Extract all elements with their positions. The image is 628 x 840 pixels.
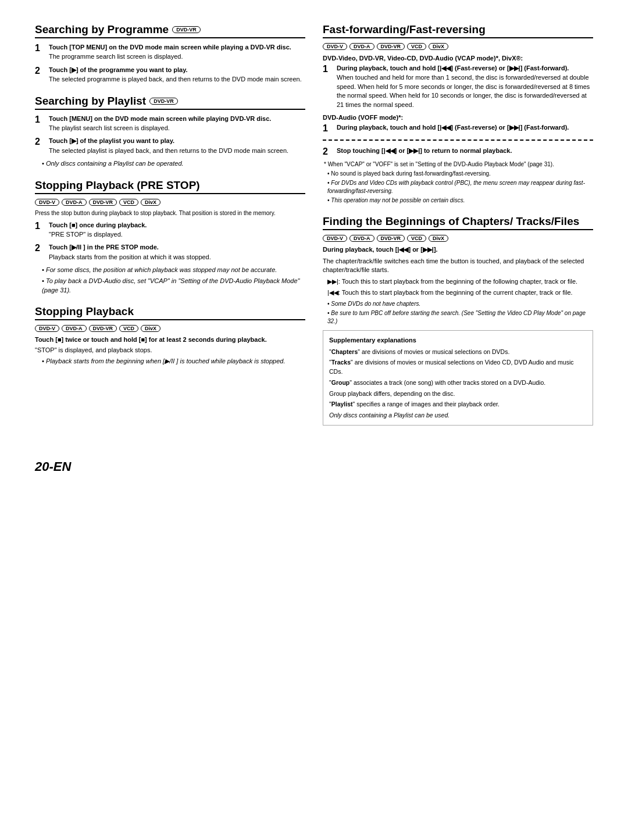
step-content: Touch [TOP MENU] on the DVD mode main sc… — [49, 43, 305, 62]
supp-item-2: "Group" associates a track (one song) wi… — [329, 378, 587, 388]
bullet-no-sound: No sound is played back during fast-forw… — [327, 170, 593, 178]
bullet-pbc-off: Be sure to turn PBC off before starting … — [327, 309, 593, 326]
badge-divx: DivX — [429, 235, 448, 242]
bullet-not-possible: This operation may not be possible on ce… — [327, 196, 593, 205]
step-desc: The programme search list screen is disp… — [49, 52, 305, 61]
step-title: Touch [▶/II ] in the PRE STOP mode. — [49, 243, 305, 252]
badge-row: DVD-VR — [149, 98, 178, 105]
step-number: 1 — [323, 123, 332, 134]
supp-item-1: "Tracks" are divisions of movies or musi… — [329, 358, 587, 377]
supp-item-3: Group playback differs, depending on the… — [329, 389, 587, 399]
step-desc: "PRE STOP" is displayed. — [49, 230, 305, 239]
intro-bold: Touch [■] twice or touch and hold [■] fo… — [35, 336, 267, 343]
step-title: Touch [▶] of the programme you want to p… — [49, 66, 305, 74]
bullet-1: For some discs, the position at which pl… — [42, 266, 305, 274]
section-searching-by-playlist: Searching by Playlist DVD-VR 1 Touch [ME… — [35, 95, 305, 169]
badges-line: DVD-V DVD-A DVD-VR VCD DivX — [35, 199, 305, 206]
title-text: Stopping Playback (PRE STOP) — [35, 179, 200, 192]
section-finding-beginnings: Finding the Beginnings of Chapters/ Trac… — [323, 215, 593, 426]
stopping-intro: Touch [■] twice or touch and hold [■] fo… — [35, 335, 305, 344]
step-content: Touch [▶/II ] in the PRE STOP mode. Play… — [49, 243, 305, 262]
badge-dvd-vr: DVD-VR — [89, 325, 117, 332]
asterisk-note-text: When "VCAP" or "VOFF" is set in "Setting… — [328, 161, 554, 167]
step-title: Touch [TOP MENU] on the DVD mode main sc… — [49, 43, 305, 52]
forward-bullet: ▶▶|: Touch this to start playback from t… — [327, 277, 593, 286]
step-desc: The selected playlist is played back, an… — [49, 146, 305, 155]
step-content: Touch [■] once during playback. "PRE STO… — [49, 221, 305, 240]
section-title-fast-forwarding: Fast-forwarding/Fast-reversing — [323, 23, 593, 38]
asterisk-note-vcap: * When "VCAP" or "VOFF" is set in "Setti… — [324, 160, 593, 169]
badge-dvd-a: DVD-A — [349, 235, 374, 242]
section-searching-by-programme: Searching by Programme DVD-VR 1 Touch [T… — [35, 23, 305, 84]
step-content: Stop touching [|◀◀] or [▶▶|] to return t… — [337, 146, 593, 157]
section-title-stopping-pre-stop: Stopping Playback (PRE STOP) — [35, 179, 305, 194]
step-desc: When touched and held for more than 1 se… — [337, 73, 593, 109]
section-intro: Press the stop button during playback to… — [35, 209, 305, 217]
during-playback-desc: The chapter/track/file switches each tim… — [323, 257, 593, 275]
step-number: 2 — [323, 146, 332, 157]
step-content: During playback, touch and hold [|◀◀] (F… — [337, 123, 593, 134]
step-number: 1 — [35, 43, 44, 62]
step-title: Stop touching [|◀◀] or [▶▶|] to return t… — [337, 146, 593, 155]
badge-dvd-a: DVD-A — [62, 199, 87, 206]
step-content: Touch [▶] of the programme you want to p… — [49, 66, 305, 84]
section-title-finding-beginnings: Finding the Beginnings of Chapters/ Trac… — [323, 215, 593, 230]
bullet-pbc: For DVDs and Video CDs with playback con… — [327, 179, 593, 195]
sub-heading-vcap: DVD-Video, DVD-VR, Video-CD, DVD-Audio (… — [323, 55, 593, 62]
bullet-2: To play back a DVD-Audio disc, set "VCAP… — [42, 277, 305, 295]
badges-line: DVD-V DVD-A DVD-VR VCD DivX — [323, 43, 593, 50]
step-1: 1 Touch [MENU] on the DVD mode main scre… — [35, 115, 305, 133]
title-text: Stopping Playback — [35, 305, 134, 318]
step-2: 2 Touch [▶] of the programme you want to… — [35, 66, 305, 84]
right-column: Fast-forwarding/Fast-reversing DVD-V DVD… — [323, 23, 593, 436]
step-number: 1 — [323, 64, 332, 109]
badge-dvd-v: DVD-V — [323, 235, 347, 242]
badge-vcd: VCD — [119, 199, 138, 206]
badge-dvd-vr: DVD-VR — [377, 235, 405, 242]
title-text: Finding the Beginnings of Chapters/ Trac… — [323, 215, 579, 228]
section-fast-forwarding: Fast-forwarding/Fast-reversing DVD-V DVD… — [323, 23, 593, 205]
badge-divx: DivX — [141, 325, 160, 332]
badge-dvd-vr: DVD-VR — [377, 43, 405, 50]
badge-dvd-vr: DVD-VR — [172, 26, 201, 33]
dashed-separator — [323, 140, 593, 141]
left-column: Searching by Programme DVD-VR 1 Touch [T… — [35, 23, 305, 436]
badge-vcd: VCD — [407, 43, 426, 50]
step-number: 2 — [35, 137, 44, 155]
badge-dvd-a: DVD-A — [62, 325, 87, 332]
bullet-no-chapters: Some DVDs do not have chapters. — [327, 300, 593, 308]
page-number: 20-EN — [35, 459, 593, 474]
step-number: 1 — [35, 115, 44, 133]
step-title: During playback, touch and hold [|◀◀] (F… — [337, 64, 593, 73]
badge-dvd-vr: DVD-VR — [149, 98, 178, 105]
step-2: 2 Touch [▶] of the playlist you want to … — [35, 137, 305, 155]
backward-bullet: |◀◀: Touch this to start playback from t… — [327, 288, 593, 297]
sub-heading-dvd-audio-voff: DVD-Audio (VOFF mode)*: — [323, 114, 593, 121]
badges-line: DVD-V DVD-A DVD-VR VCD DivX — [35, 325, 305, 332]
step-title: Touch [▶] of the playlist you want to pl… — [49, 137, 305, 145]
step-2: 2 Stop touching [|◀◀] or [▶▶|] to return… — [323, 146, 593, 157]
title-text: Searching by Playlist — [35, 95, 146, 108]
step-number: 1 — [35, 221, 44, 240]
step-content: Touch [▶] of the playlist you want to pl… — [49, 137, 305, 155]
step-1-voff: 1 During playback, touch and hold [|◀◀] … — [323, 123, 593, 134]
stopping-desc: "STOP" is displayed, and playback stops. — [35, 346, 305, 355]
step-1: 1 During playback, touch and hold [|◀◀] … — [323, 64, 593, 109]
step-2: 2 Touch [▶/II ] in the PRE STOP mode. Pl… — [35, 243, 305, 262]
step-number: 2 — [35, 243, 44, 262]
title-text: Fast-forwarding/Fast-reversing — [323, 23, 486, 36]
badge-divx: DivX — [429, 43, 448, 50]
step-number: 2 — [35, 66, 44, 84]
badge-dvd-vr: DVD-VR — [89, 199, 117, 206]
badges-line: DVD-V DVD-A DVD-VR VCD DivX — [323, 235, 593, 242]
section-title-stopping-playback: Stopping Playback — [35, 305, 305, 320]
step-title: Touch [MENU] on the DVD mode main screen… — [49, 115, 305, 123]
step-title: During playback, touch and hold [|◀◀] (F… — [337, 123, 593, 132]
section-title-searching-by-playlist: Searching by Playlist DVD-VR — [35, 95, 305, 110]
step-desc: The playlist search list screen is displ… — [49, 124, 305, 133]
step-desc: Playback starts from the position at whi… — [49, 253, 305, 262]
section-stopping-pre-stop: Stopping Playback (PRE STOP) DVD-V DVD-A… — [35, 179, 305, 295]
section-stopping-playback: Stopping Playback DVD-V DVD-A DVD-VR VCD… — [35, 305, 305, 366]
badge-divx: DivX — [141, 199, 160, 206]
during-playback-title: During playback, touch [|◀◀] or [▶▶|]. — [323, 245, 593, 254]
